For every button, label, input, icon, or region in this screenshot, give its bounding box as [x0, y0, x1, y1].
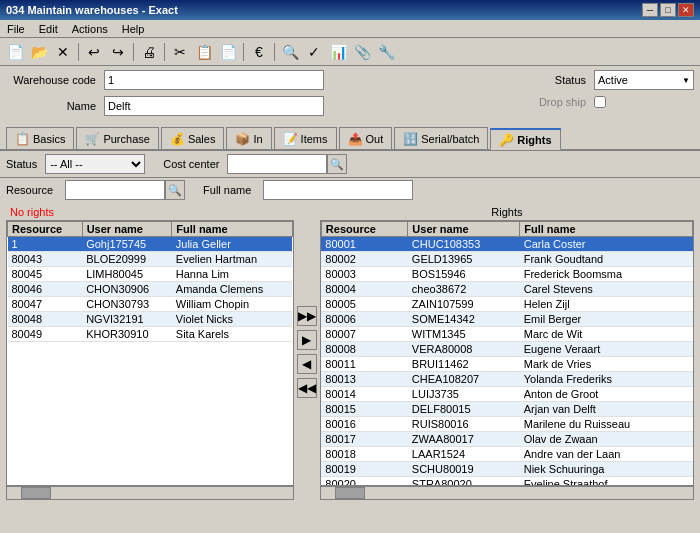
toolbar-chart[interactable]: 📊: [327, 41, 349, 63]
toolbar-search[interactable]: 🔍: [279, 41, 301, 63]
move-all-right-btn[interactable]: ▶▶: [297, 306, 317, 326]
toolbar-check[interactable]: ✓: [303, 41, 325, 63]
table-row[interactable]: 80013 CHEA108207 Yolanda Frederiks: [321, 372, 692, 387]
resource-input[interactable]: [65, 180, 165, 200]
no-rights-hscroll-thumb[interactable]: [21, 487, 51, 499]
cell-resource: 80014: [321, 387, 408, 402]
tab-serialbatch[interactable]: 🔢 Serial/batch: [394, 127, 488, 149]
rights-hscrollbar[interactable]: [320, 486, 694, 500]
no-rights-scroll[interactable]: Resource User name Full name 1 Gohj17574…: [7, 221, 293, 485]
menu-help[interactable]: Help: [119, 22, 148, 36]
minimize-button[interactable]: ─: [642, 3, 658, 17]
cell-username: NGVI32191: [82, 312, 172, 327]
no-rights-panel: No rights Resource User name Full name 1…: [6, 204, 294, 500]
table-row[interactable]: 80046 CHON30906 Amanda Clemens: [8, 282, 293, 297]
no-rights-hscrollbar[interactable]: [6, 486, 294, 500]
toolbar-cut[interactable]: ✂: [169, 41, 191, 63]
status-dropdown[interactable]: Active ▼: [594, 70, 694, 90]
cell-fullname: Yolanda Frederiks: [520, 372, 693, 387]
table-row[interactable]: 80017 ZWAA80017 Olav de Zwaan: [321, 432, 692, 447]
table-row[interactable]: 80045 LIMH80045 Hanna Lim: [8, 267, 293, 282]
close-button[interactable]: ✕: [678, 3, 694, 17]
toolbar-undo[interactable]: ↩: [83, 41, 105, 63]
cell-fullname: Emil Berger: [520, 312, 693, 327]
rights-title: Rights: [320, 204, 694, 220]
tab-out[interactable]: 📤 Out: [339, 127, 393, 149]
tab-out-label: Out: [366, 133, 384, 145]
toolbar-new[interactable]: 📄: [4, 41, 26, 63]
rights-hscroll-thumb[interactable]: [335, 487, 365, 499]
table-row[interactable]: 80011 BRUI11462 Mark de Vries: [321, 357, 692, 372]
toolbar-settings[interactable]: 🔧: [375, 41, 397, 63]
rights-scroll[interactable]: Resource User name Full name 80001 CHUC1…: [321, 221, 693, 485]
name-input[interactable]: [104, 96, 324, 116]
cell-resource: 80046: [8, 282, 83, 297]
no-rights-table: Resource User name Full name 1 Gohj17574…: [7, 221, 293, 342]
table-row[interactable]: 80014 LUIJ3735 Anton de Groot: [321, 387, 692, 402]
tab-basics[interactable]: 📋 Basics: [6, 127, 74, 149]
toolbar-redo[interactable]: ↪: [107, 41, 129, 63]
table-row[interactable]: 80015 DELF80015 Arjan van Delft: [321, 402, 692, 417]
cost-center-field-container: 🔍: [227, 154, 347, 174]
table-row[interactable]: 80018 LAAR1524 Andre van der Laan: [321, 447, 692, 462]
table-row[interactable]: 80006 SOME14342 Emil Berger: [321, 312, 692, 327]
table-row[interactable]: 80008 VERA80008 Eugene Veraart: [321, 342, 692, 357]
toolbar-print[interactable]: 🖨: [138, 41, 160, 63]
table-row[interactable]: 80049 KHOR30910 Sita Karels: [8, 327, 293, 342]
window-controls[interactable]: ─ □ ✕: [642, 3, 694, 17]
cost-center-input[interactable]: [227, 154, 327, 174]
cell-fullname: Olav de Zwaan: [520, 432, 693, 447]
cell-fullname: Sita Karels: [172, 327, 293, 342]
table-row[interactable]: 80007 WITM1345 Marc de Wit: [321, 327, 692, 342]
table-row[interactable]: 80043 BLOE20999 Evelien Hartman: [8, 252, 293, 267]
panels-area: No rights Resource User name Full name 1…: [0, 202, 700, 502]
cell-resource: 80049: [8, 327, 83, 342]
table-row[interactable]: 1 Gohj175745 Julia Geller: [8, 237, 293, 252]
toolbar-open[interactable]: 📂: [28, 41, 50, 63]
cell-username: CHON30793: [82, 297, 172, 312]
fullname-input[interactable]: [263, 180, 413, 200]
toolbar-close[interactable]: ✕: [52, 41, 74, 63]
table-row[interactable]: 80047 CHON30793 William Chopin: [8, 297, 293, 312]
table-row[interactable]: 80003 BOS15946 Frederick Boomsma: [321, 267, 692, 282]
resource-search-btn[interactable]: 🔍: [165, 180, 185, 200]
toolbar-copy[interactable]: 📋: [193, 41, 215, 63]
dropship-checkbox[interactable]: [594, 96, 606, 108]
toolbar-paste[interactable]: 📄: [217, 41, 239, 63]
cell-resource: 80018: [321, 447, 408, 462]
warehouse-code-input[interactable]: [104, 70, 324, 90]
tab-in[interactable]: 📦 In: [226, 127, 271, 149]
window-title: 034 Maintain warehouses - Exact: [6, 4, 178, 16]
table-row[interactable]: 80020 STRA80020 Eveline Straathof: [321, 477, 692, 486]
menu-file[interactable]: File: [4, 22, 28, 36]
table-row[interactable]: 80001 CHUC108353 Carla Coster: [321, 237, 692, 252]
table-row[interactable]: 80002 GELD13965 Frank Goudtand: [321, 252, 692, 267]
move-right-btn[interactable]: ▶: [297, 330, 317, 350]
tab-items[interactable]: 📝 Items: [274, 127, 337, 149]
move-left-btn[interactable]: ◀: [297, 354, 317, 374]
cell-fullname: Amanda Clemens: [172, 282, 293, 297]
dropship-row: Drop ship: [496, 96, 694, 108]
cell-username: STRA80020: [408, 477, 520, 486]
table-row[interactable]: 80005 ZAIN107599 Helen Zijl: [321, 297, 692, 312]
table-row[interactable]: 80048 NGVI32191 Violet Nicks: [8, 312, 293, 327]
rights-icon: 🔑: [499, 133, 514, 147]
move-all-left-btn[interactable]: ◀◀: [297, 378, 317, 398]
tab-purchase[interactable]: 🛒 Purchase: [76, 127, 158, 149]
toolbar-currency[interactable]: €: [248, 41, 270, 63]
filter-area: Status -- All -- Active Inactive Cost ce…: [0, 151, 700, 178]
tab-sales[interactable]: 💰 Sales: [161, 127, 225, 149]
tab-rights[interactable]: 🔑 Rights: [490, 128, 560, 150]
maximize-button[interactable]: □: [660, 3, 676, 17]
toolbar-attach[interactable]: 📎: [351, 41, 373, 63]
table-row[interactable]: 80019 SCHU80019 Niek Schuuringa: [321, 462, 692, 477]
table-row[interactable]: 80004 cheo38672 Carel Stevens: [321, 282, 692, 297]
menu-actions[interactable]: Actions: [69, 22, 111, 36]
serialbatch-icon: 🔢: [403, 132, 418, 146]
table-row[interactable]: 80016 RUIS80016 Marilene du Ruisseau: [321, 417, 692, 432]
cell-fullname: Julia Geller: [172, 237, 293, 252]
status-filter-dropdown[interactable]: -- All -- Active Inactive: [45, 154, 145, 174]
menu-edit[interactable]: Edit: [36, 22, 61, 36]
toolbar-sep2: [133, 43, 134, 61]
cost-center-search-btn[interactable]: 🔍: [327, 154, 347, 174]
